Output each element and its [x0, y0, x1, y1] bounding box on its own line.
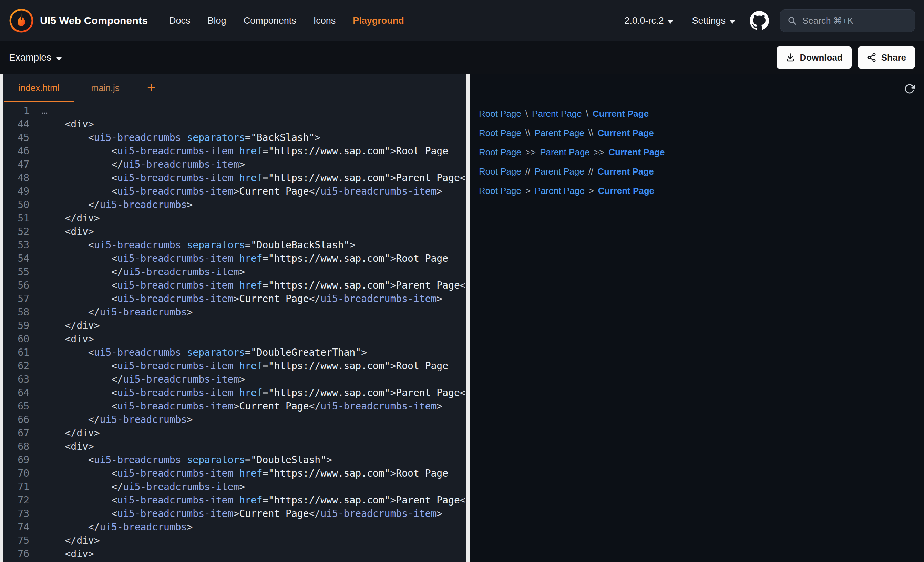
nav-components[interactable]: Components: [244, 15, 296, 26]
breadcrumb-separator: >: [525, 186, 531, 196]
code-line[interactable]: 44 <div>: [3, 117, 466, 131]
code-lines[interactable]: 1…44 <div>45 <ui5-breadcrumbs separators…: [3, 102, 466, 562]
tab-main-js[interactable]: main.js: [75, 74, 135, 102]
breadcrumb-current: Current Page: [592, 108, 649, 119]
nav-docs[interactable]: Docs: [169, 15, 190, 26]
code-line[interactable]: 63 </ui5-breadcrumbs-item>: [3, 373, 466, 386]
line-number: 51: [3, 211, 29, 225]
nav-playground[interactable]: Playground: [353, 15, 404, 26]
code-line[interactable]: 65 <ui5-breadcrumbs-item>Current Page</u…: [3, 399, 466, 413]
share-button[interactable]: Share: [858, 46, 915, 69]
chevron-down-icon: [668, 15, 673, 26]
nav-blog[interactable]: Blog: [208, 15, 226, 26]
breadcrumb-separator: \: [586, 108, 588, 119]
breadcrumb-link[interactable]: Root Page: [479, 166, 521, 177]
breadcrumb-link[interactable]: Root Page: [479, 108, 521, 119]
code-line[interactable]: 74 </ui5-breadcrumbs>: [3, 520, 466, 534]
line-number: 63: [3, 373, 29, 386]
code-line[interactable]: 57 <ui5-breadcrumbs-item>Current Page</u…: [3, 292, 466, 306]
code-line[interactable]: 64 <ui5-breadcrumbs-item href="https://w…: [3, 386, 466, 399]
code-line[interactable]: 51 </div>: [3, 211, 466, 225]
version-label: 2.0.0-rc.2: [624, 15, 663, 26]
code-line[interactable]: 73 <ui5-breadcrumbs-item>Current Page</u…: [3, 507, 466, 520]
breadcrumb-link[interactable]: Parent Page: [534, 128, 584, 138]
code-line[interactable]: 76 <div>: [3, 547, 466, 561]
code-line[interactable]: 59 </div>: [3, 319, 466, 332]
code-line-text: <ui5-breadcrumbs-item href="https://www.…: [29, 279, 466, 292]
line-number: 50: [3, 198, 29, 211]
code-line[interactable]: 58 </ui5-breadcrumbs>: [3, 306, 466, 319]
version-dropdown[interactable]: 2.0.0-rc.2: [624, 15, 673, 26]
download-button[interactable]: Download: [777, 46, 852, 69]
preview-toolbar: [479, 74, 915, 104]
code-line-text: </div>: [29, 534, 100, 547]
code-line-text: </ui5-breadcrumbs-item>: [29, 480, 245, 493]
add-tab-button[interactable]: +: [135, 74, 167, 102]
line-number: 57: [3, 292, 29, 306]
code-line[interactable]: 68 <div>: [3, 440, 466, 453]
code-line[interactable]: 56 <ui5-breadcrumbs-item href="https://w…: [3, 279, 466, 292]
code-line[interactable]: 67 </div>: [3, 426, 466, 440]
code-line[interactable]: 69 <ui5-breadcrumbs separators="DoubleSl…: [3, 453, 466, 467]
breadcrumb-link[interactable]: Root Page: [479, 128, 521, 138]
code-line[interactable]: 71 </ui5-breadcrumbs-item>: [3, 480, 466, 493]
tab-label: main.js: [91, 82, 120, 93]
code-line-text: <ui5-breadcrumbs-item>Current Page</ui5-…: [29, 507, 442, 520]
breadcrumb-current: Current Page: [597, 166, 654, 177]
breadcrumb-link[interactable]: Parent Page: [540, 147, 590, 158]
line-number: 74: [3, 520, 29, 534]
split-resizer-handle[interactable]: [466, 74, 470, 562]
breadcrumb-link[interactable]: Root Page: [479, 186, 521, 196]
breadcrumb-link[interactable]: Parent Page: [532, 108, 582, 119]
examples-dropdown[interactable]: Examples: [9, 52, 62, 63]
breadcrumb-separator: //: [588, 166, 593, 177]
tab-index-html[interactable]: index.html: [3, 74, 75, 102]
code-line-text: <ui5-breadcrumbs separators="BackSlash">: [29, 131, 320, 144]
line-number: 44: [3, 117, 29, 131]
line-number: 76: [3, 547, 29, 561]
line-number: 60: [3, 332, 29, 346]
code-line[interactable]: 72 <ui5-breadcrumbs-item href="https://w…: [3, 493, 466, 507]
line-number: 65: [3, 399, 29, 413]
code-line[interactable]: 60 <div>: [3, 332, 466, 346]
code-line[interactable]: 55 </ui5-breadcrumbs-item>: [3, 265, 466, 279]
github-link[interactable]: [750, 11, 769, 30]
breadcrumb-link[interactable]: Parent Page: [535, 186, 585, 196]
code-line[interactable]: 62 <ui5-breadcrumbs-item href="https://w…: [3, 359, 466, 373]
code-line[interactable]: 48 <ui5-breadcrumbs-item href="https://w…: [3, 171, 466, 184]
main-nav: Docs Blog Components Icons Playground: [169, 15, 404, 26]
breadcrumb-link[interactable]: Root Page: [479, 147, 521, 158]
code-line[interactable]: 53 <ui5-breadcrumbs separators="DoubleBa…: [3, 238, 466, 252]
code-line-text: <ui5-breadcrumbs-item href="https://www.…: [29, 144, 448, 158]
brand-title: UI5 Web Components: [40, 15, 148, 27]
nav-icons[interactable]: Icons: [314, 15, 336, 26]
tab-label: index.html: [19, 82, 60, 93]
code-line[interactable]: 70 <ui5-breadcrumbs-item href="https://w…: [3, 467, 466, 480]
code-line[interactable]: 46 <ui5-breadcrumbs-item href="https://w…: [3, 144, 466, 158]
breadcrumb-separator: >>: [525, 147, 536, 158]
brand[interactable]: UI5 Web Components: [9, 8, 148, 33]
breadcrumbs-row: Root Page>>Parent Page>>Current Page: [479, 142, 915, 162]
code-line[interactable]: 49 <ui5-breadcrumbs-item>Current Page</u…: [3, 184, 466, 198]
code-line[interactable]: 50 </ui5-breadcrumbs>: [3, 198, 466, 211]
code-line-text: <ui5-breadcrumbs-item href="https://www.…: [29, 493, 466, 507]
code-line[interactable]: 45 <ui5-breadcrumbs separators="BackSlas…: [3, 131, 466, 144]
preview-rows: Root Page\Parent Page\Current PageRoot P…: [479, 104, 915, 201]
line-number: 66: [3, 413, 29, 426]
search-input[interactable]: [802, 15, 918, 27]
breadcrumb-link[interactable]: Parent Page: [534, 166, 584, 177]
line-number: 46: [3, 144, 29, 158]
refresh-button[interactable]: [904, 83, 915, 94]
code-line[interactable]: 47 </ui5-breadcrumbs-item>: [3, 158, 466, 171]
code-line[interactable]: 75 </div>: [3, 534, 466, 547]
code-line[interactable]: 66 </ui5-breadcrumbs>: [3, 413, 466, 426]
code-line[interactable]: 1…: [3, 104, 466, 117]
settings-dropdown[interactable]: Settings: [692, 15, 735, 26]
line-number: 48: [3, 171, 29, 184]
code-line[interactable]: 54 <ui5-breadcrumbs-item href="https://w…: [3, 252, 466, 265]
code-line[interactable]: 61 <ui5-breadcrumbs separators="DoubleGr…: [3, 346, 466, 359]
search-box[interactable]: [780, 9, 915, 32]
code-line-text: </ui5-breadcrumbs>: [29, 520, 193, 534]
breadcrumb-current: Current Page: [608, 147, 664, 158]
code-line[interactable]: 52 <div>: [3, 225, 466, 238]
